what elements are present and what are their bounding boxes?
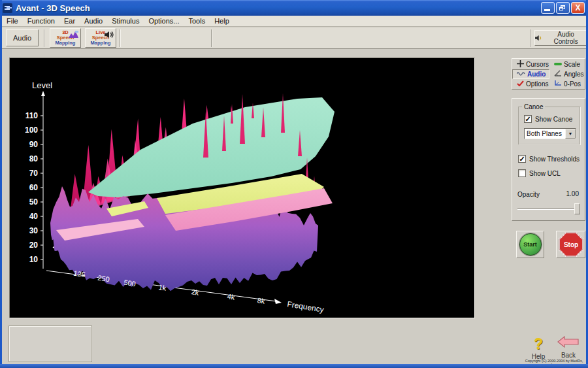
window-border-left [0, 0, 2, 368]
audio-wave-icon [517, 71, 525, 78]
show-ucl-checkbox[interactable] [518, 169, 526, 177]
svg-text:Level: Level [32, 80, 52, 90]
toolbar-separator [44, 29, 45, 47]
chevron-down-icon[interactable]: ▼ [565, 129, 576, 139]
show-canoe-label: Show Canoe [535, 116, 572, 123]
svg-text:500: 500 [123, 278, 137, 288]
audio-controls-button[interactable]: Audio Controls [534, 30, 587, 46]
svg-text:50: 50 [29, 197, 39, 207]
status-box [8, 326, 92, 362]
canoe-groupbox: Canoe ✓ Show Canoe Both Planes ▼ [518, 107, 580, 144]
svg-text:125: 125 [73, 269, 86, 279]
start-button[interactable]: Start [519, 233, 542, 256]
menu-item-help[interactable]: Help [210, 16, 234, 25]
view-button-cursors[interactable]: Cursors [512, 59, 549, 69]
opacity-slider[interactable] [517, 203, 580, 214]
audio-button[interactable]: Audio [6, 29, 39, 46]
svg-text:1k: 1k [158, 283, 167, 292]
svg-text:40: 40 [29, 212, 39, 221]
canoe-legend: Canoe [522, 103, 545, 110]
close-icon: X [572, 3, 584, 13]
view-button-options[interactable]: Options [512, 79, 549, 89]
speech-mapping-3d-button[interactable]: 3D Speech Mapping [50, 28, 81, 48]
canoe-controls-panel: Canoe ✓ Show Canoe Both Planes ▼ ✓ Show … [512, 98, 585, 221]
opacity-slider-track[interactable] [517, 209, 580, 210]
view-button-0-pos[interactable]: 0-Pos [549, 79, 585, 89]
app-icon [3, 3, 12, 13]
speech-map-3d-plot[interactable]: Level1101009080706050403020101252505001k… [9, 58, 475, 318]
scale-bar-icon [554, 61, 562, 68]
svg-text:2k: 2k [191, 288, 200, 297]
minimize-button[interactable] [541, 2, 555, 14]
mountain-map-icon [69, 31, 79, 39]
red-check-icon [517, 80, 524, 88]
svg-text:8k: 8k [257, 296, 266, 305]
show-ucl-label: Show UCL [529, 170, 561, 177]
move-cursor-icon [517, 60, 524, 69]
svg-text:80: 80 [29, 154, 39, 163]
svg-text:250: 250 [97, 274, 110, 284]
start-button-panel: Start [516, 231, 544, 258]
view-button-audio[interactable]: Audio [512, 69, 549, 79]
menu-bar: FileFunctionEarAudioStimulusOptions...To… [2, 16, 586, 27]
svg-text:90: 90 [29, 140, 39, 149]
live-speech-mapping-button[interactable]: Live Speech Mapping [85, 28, 116, 48]
svg-text:30: 30 [29, 226, 39, 235]
zero-pos-icon [554, 80, 562, 88]
stop-button-panel: Stop [556, 231, 585, 258]
svg-text:20: 20 [29, 241, 39, 250]
svg-text:70: 70 [29, 169, 39, 178]
window-title: Avant - 3D Speech [16, 3, 90, 13]
opacity-slider-thumb[interactable] [574, 203, 580, 214]
opacity-value: 1.00 [566, 190, 579, 197]
menu-item-stimulus[interactable]: Stimulus [107, 16, 144, 25]
menu-item-tools[interactable]: Tools [184, 16, 210, 25]
toolbar-separator [211, 29, 212, 47]
menu-item-ear[interactable]: Ear [59, 16, 80, 25]
planes-dropdown-value: Both Planes [525, 130, 565, 137]
toolbar-separator [120, 29, 121, 47]
angle-icon [554, 70, 562, 78]
restore-button[interactable] [556, 2, 570, 14]
minimize-icon [544, 9, 550, 11]
speaker-icon [105, 31, 114, 39]
back-arrow-icon [557, 336, 580, 348]
restore-icon [559, 5, 565, 10]
menu-item-file[interactable]: File [2, 16, 23, 25]
view-button-scale[interactable]: Scale [549, 59, 585, 69]
menu-item-audio[interactable]: Audio [80, 16, 107, 25]
show-canoe-checkbox[interactable]: ✓ [524, 115, 532, 123]
help-icon: ? [527, 336, 550, 352]
toolbar: Audio 3D Speech Mapping Live Speech Mapp… [2, 27, 586, 49]
svg-text:4k: 4k [227, 292, 236, 301]
close-button[interactable]: X [571, 2, 585, 14]
start-label: Start [523, 241, 537, 248]
svg-text:110: 110 [25, 111, 39, 120]
svg-text:Stop: Stop [563, 241, 578, 248]
svg-text:10: 10 [29, 255, 39, 264]
svg-text:60: 60 [29, 183, 39, 192]
svg-text:100: 100 [25, 125, 38, 135]
menu-item-function[interactable]: Function [23, 16, 59, 25]
audio-controls-label: Audio Controls [546, 31, 586, 45]
title-bar: Avant - 3D Speech X [0, 0, 588, 16]
menu-item-options[interactable]: Options... [144, 16, 184, 25]
svg-text:Frequency: Frequency [287, 299, 325, 314]
back-label: Back [555, 352, 582, 359]
toolbar-separator [530, 29, 531, 47]
window-border-bottom [0, 364, 588, 368]
show-thresholds-checkbox[interactable]: ✓ [518, 155, 526, 163]
opacity-label: Opacity [517, 191, 540, 198]
speech-map-3d-svg: Level1101009080706050403020101252505001k… [10, 58, 476, 319]
show-thresholds-label: Show Thresholds [529, 156, 580, 163]
planes-dropdown[interactable]: Both Planes ▼ [524, 128, 576, 139]
stop-button[interactable]: Stop [559, 232, 583, 257]
audio-controls-icon [535, 34, 543, 42]
view-button-angles[interactable]: Angles [549, 69, 585, 79]
view-buttons-panel: CursorsScaleAudioAnglesOptions0-Pos [512, 58, 585, 90]
